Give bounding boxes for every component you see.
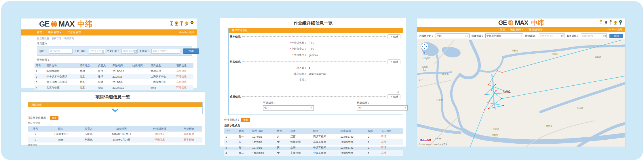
map-view[interactable]: 轨迹1小刘王金星村夏家宅大圩钱家宅叶桥村张家宅体育路祥安路王家宅西蔡村明教寺 <box>417 40 625 147</box>
table-cell: 女 <box>276 150 289 156</box>
track-marker[interactable] <box>501 98 502 99</box>
table-link[interactable]: 详细信息 <box>176 80 187 83</box>
map-search-button[interactable]: 查询 <box>609 34 623 38</box>
table-link[interactable]: 详情 <box>381 135 386 138</box>
edit-basic-button[interactable]: 编辑 <box>387 34 400 39</box>
nav-project-management[interactable]: 项目管理▼ <box>48 31 62 34</box>
track-marker[interactable] <box>487 102 489 103</box>
table-cell: 任伟 <box>97 68 111 74</box>
available-members-select[interactable]: 张一▼ <box>263 105 314 111</box>
end-date-input[interactable]: 2017-8-21 <box>581 33 607 38</box>
table-cell: 4 <box>224 150 238 156</box>
place-label: 体育路 <box>595 56 601 58</box>
chevron-down-icon: ▼ <box>310 107 313 109</box>
table-cell <box>131 74 149 79</box>
project-select[interactable]: 中纬房产测绘▼ <box>485 33 523 38</box>
table-cell: 徐斌 <box>97 74 111 79</box>
table-cell: 详情 <box>380 134 403 139</box>
collapse-toggle[interactable] <box>28 107 202 114</box>
table-link[interactable]: 查看轨迹 <box>184 133 194 136</box>
map-navigation-control[interactable] <box>420 42 430 72</box>
instrument-icons <box>169 20 194 26</box>
edit-icon <box>390 61 392 63</box>
table-cell: 123456789 <box>339 150 367 156</box>
track-marker[interactable] <box>497 70 498 71</box>
zoom-slider-track <box>424 55 425 66</box>
table-link[interactable]: 详细信息 <box>176 75 187 78</box>
resize-handle-icon[interactable]: ◢ <box>397 91 399 93</box>
logo-text-cn: 中纬 <box>77 19 92 29</box>
table-cell: 江苏 <box>289 134 312 139</box>
table-link[interactable]: 查看轨迹 <box>184 138 194 141</box>
project-input[interactable] <box>49 49 73 54</box>
extra-info-title: 附加信息 <box>229 60 241 64</box>
table-cell: 4 <box>35 85 45 90</box>
track-marker[interactable] <box>488 108 489 109</box>
table-cell: 2014年11月29日 <box>99 132 144 137</box>
table-link[interactable]: 详细信息 <box>176 70 187 72</box>
table-link[interactable]: 详细信息 <box>155 133 165 136</box>
track-marker[interactable] <box>488 84 489 85</box>
members-table: 序号姓名出生日期性别籍贯职位联系电话权限员工信息1孙一1974/6/1女江苏高级… <box>224 128 403 156</box>
table-link[interactable]: 详情 <box>381 151 386 154</box>
table-cell: leica <box>43 137 78 143</box>
table-row: 2徕卡技术中心测试北京徐斌2017/7/6上海技术中心详细信息 <box>35 74 193 79</box>
total-station-icon <box>604 20 608 25</box>
track-marker[interactable] <box>495 84 496 85</box>
end-date-input[interactable]: 2017-8-21 <box>121 49 138 54</box>
chevron-down-icon: ▼ <box>404 107 406 109</box>
column-header: 项目业主 <box>149 63 175 68</box>
zoom-slider-handle <box>423 58 426 60</box>
table-cell: 2017/7/6 <box>111 79 131 85</box>
table-cell: leica <box>97 85 111 90</box>
edit-icon <box>390 35 392 38</box>
table-link[interactable]: 详情 <box>381 141 386 143</box>
place-label: 张家宅 <box>552 53 558 55</box>
view-stats-button[interactable]: 查看 <box>241 118 250 122</box>
selected-members-select[interactable]: 孙一▼ <box>357 105 408 111</box>
table-cell: 2 <box>28 137 43 143</box>
table-link[interactable]: 详情 <box>381 146 386 149</box>
start-date-input[interactable]: 2017-03-21 <box>539 33 565 38</box>
track-marker[interactable] <box>501 72 503 73</box>
app-header: GE MAX 中纬 <box>21 18 197 29</box>
table-cell: 2016年2月24日 <box>99 137 144 143</box>
select-project-label: 选择项目： <box>471 34 484 38</box>
track-marker[interactable] <box>495 90 497 91</box>
nav-home[interactable]: 首页 <box>499 28 505 32</box>
nav-workgroup-management[interactable]: 作业组管理 <box>67 31 81 34</box>
column-header: 权限 <box>367 128 380 134</box>
logo-text-max: MAX <box>515 19 528 27</box>
nav-project-management[interactable]: 项目管理▼ <box>510 28 524 32</box>
water-features <box>417 40 625 147</box>
track-marker[interactable] <box>484 109 485 111</box>
divider <box>242 96 386 97</box>
keyword-input[interactable] <box>151 49 180 54</box>
chevron-down-icon: ▼ <box>60 32 62 33</box>
globe-icon <box>51 20 58 27</box>
table-row: 2leica刘测试2016年2月24日详细信息查看轨迹 <box>28 137 202 143</box>
participating-groups-label: 参与作业组 <box>21 121 205 126</box>
map-panel: GE MAX 中纬 首页 项目管理▼ 作业组管理 GeoMax,您好 选择作业 <box>417 18 625 147</box>
workgroup-select[interactable]: 中纬▼ <box>436 33 470 38</box>
table-cell: 中级工程师 <box>312 150 339 156</box>
track-marker[interactable] <box>491 89 492 91</box>
nav-workgroup-management[interactable]: 作业组管理 <box>529 28 543 32</box>
edit-member-button[interactable]: 编辑 <box>387 94 400 99</box>
selected-members-label: 已选成员： <box>357 101 408 105</box>
table-cell: 2017/7/6 <box>111 74 131 79</box>
nav-home[interactable]: 首页 <box>37 31 42 34</box>
table-link[interactable]: 详细信息 <box>176 86 187 89</box>
track-marker[interactable] <box>485 94 486 95</box>
place-label: 夏家宅 <box>442 72 449 75</box>
track-label: 轨迹1 <box>503 90 511 93</box>
track-marker[interactable] <box>503 105 504 106</box>
project-label: 项目： <box>39 49 47 53</box>
total-station-icon <box>174 20 178 26</box>
start-date-input[interactable]: 2016-8-21 <box>89 49 105 54</box>
table-link[interactable]: 详细信息 <box>155 138 165 141</box>
gnss-receiver-icon <box>169 20 173 26</box>
view-overview-button[interactable]: 查看 <box>50 116 58 120</box>
edit-extra-button[interactable]: 编辑 <box>387 59 400 64</box>
search-button[interactable]: 查询 <box>183 48 199 54</box>
